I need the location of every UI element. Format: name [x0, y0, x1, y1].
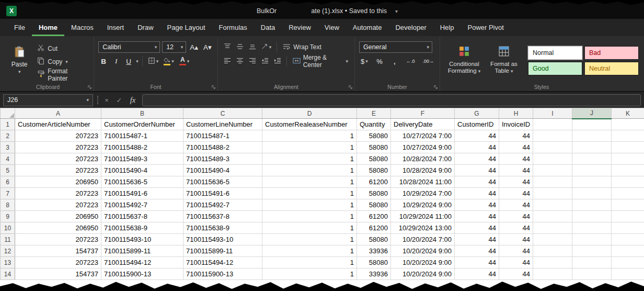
align-right-button[interactable]	[247, 55, 258, 67]
cell-D8[interactable]: 1	[262, 199, 357, 211]
row-header-13[interactable]: 13	[1, 257, 15, 268]
cell-G11[interactable]: 44	[455, 234, 499, 245]
ribbon-tab-help[interactable]: Help	[433, 19, 461, 36]
cell-B10[interactable]: 7100115638-9	[101, 222, 183, 234]
cell-F7[interactable]: 10/29/2024 7:00	[391, 188, 455, 199]
ribbon-tab-developer[interactable]: Developer	[388, 19, 433, 36]
ribbon-tab-insert[interactable]: Insert	[100, 19, 131, 36]
cell-J5[interactable]	[572, 165, 612, 176]
cell-H8[interactable]: 44	[499, 199, 533, 211]
cell-G12[interactable]: 44	[455, 245, 499, 257]
cell-B4[interactable]: 7100115489-3	[101, 153, 183, 165]
cell-C4[interactable]: 7100115489-3	[183, 153, 262, 165]
row-header-4[interactable]: 4	[1, 153, 15, 165]
cell-A4[interactable]: 207223	[15, 153, 101, 165]
cell-F5[interactable]: 10/28/2024 9:00	[391, 165, 455, 176]
cell-B14[interactable]: 7100115900-13	[101, 268, 183, 280]
cell-I5[interactable]	[533, 165, 572, 176]
column-header-H[interactable]: H	[499, 108, 533, 119]
cell-F1[interactable]: DeliveryDate	[391, 119, 455, 130]
cell-E8[interactable]: 58080	[357, 199, 391, 211]
cell-F9[interactable]: 10/29/2024 11:00	[391, 211, 455, 222]
cell-I14[interactable]	[533, 268, 572, 280]
cell-C5[interactable]: 7100115490-4	[183, 165, 262, 176]
cell-D13[interactable]: 1	[262, 257, 357, 268]
ribbon-tab-formulas[interactable]: Formulas	[212, 19, 254, 36]
cell-K10[interactable]	[612, 222, 644, 234]
cell-J10[interactable]	[572, 222, 612, 234]
cell-A2[interactable]: 207223	[15, 130, 101, 142]
cell-H6[interactable]: 44	[499, 176, 533, 188]
cell-G13[interactable]: 44	[455, 257, 499, 268]
column-header-K[interactable]: K	[612, 108, 644, 119]
cell-A10[interactable]: 206950	[15, 222, 101, 234]
cell-C3[interactable]: 7100115488-2	[183, 142, 262, 153]
row-header-6[interactable]: 6	[1, 176, 15, 188]
cell-A5[interactable]: 207223	[15, 165, 101, 176]
cell-C6[interactable]: 7100115636-5	[183, 176, 262, 188]
ribbon-tab-file[interactable]: File	[7, 19, 32, 36]
column-header-C[interactable]: C	[183, 108, 262, 119]
cell-J2[interactable]	[572, 130, 612, 142]
cell-C14[interactable]: 7100115900-13	[183, 268, 262, 280]
cell-E10[interactable]: 61200	[357, 222, 391, 234]
number-format-select[interactable]: General ▾	[359, 41, 432, 53]
cell-A13[interactable]: 207223	[15, 257, 101, 268]
row-header-3[interactable]: 3	[1, 142, 15, 153]
cell-K1[interactable]	[612, 119, 644, 130]
cell-D6[interactable]: 1	[262, 176, 357, 188]
cancel-entry-icon[interactable]: ×	[102, 96, 111, 104]
cell-H10[interactable]: 44	[499, 222, 533, 234]
cell-B9[interactable]: 7100115637-8	[101, 211, 183, 222]
align-bottom-button[interactable]	[247, 41, 258, 53]
row-header-9[interactable]: 9	[1, 211, 15, 222]
cell-style-normal[interactable]: Normal	[528, 46, 582, 60]
column-header-G[interactable]: G	[455, 108, 499, 119]
cell-F14[interactable]: 10/20/2024 9:00	[391, 268, 455, 280]
cell-K2[interactable]	[612, 130, 644, 142]
column-header-F[interactable]: F	[391, 108, 455, 119]
cell-I8[interactable]	[533, 199, 572, 211]
percent-style-button[interactable]: %	[374, 55, 385, 67]
cell-H2[interactable]: 44	[499, 130, 533, 142]
document-title[interactable]: BulkOr ate (1).xlsx • Saved to this ▾	[257, 7, 398, 15]
row-header-7[interactable]: 7	[1, 188, 15, 199]
font-size-select[interactable]: 12 ▾	[162, 41, 186, 53]
cell-A11[interactable]: 207223	[15, 234, 101, 245]
cell-G6[interactable]: 44	[455, 176, 499, 188]
cell-F12[interactable]: 10/20/2024 9:00	[391, 245, 455, 257]
cell-G14[interactable]: 44	[455, 268, 499, 280]
row-header-5[interactable]: 5	[1, 165, 15, 176]
borders-button[interactable]: ▾	[146, 55, 160, 67]
cell-E5[interactable]: 58080	[357, 165, 391, 176]
accounting-format-button[interactable]: $ ▾	[359, 55, 370, 67]
cell-J1[interactable]	[572, 119, 612, 130]
cell-I9[interactable]	[533, 211, 572, 222]
cell-F6[interactable]: 10/28/2024 11:00	[391, 176, 455, 188]
cell-B8[interactable]: 7100115492-7	[101, 199, 183, 211]
cell-H7[interactable]: 44	[499, 188, 533, 199]
cell-D3[interactable]: 1	[262, 142, 357, 153]
cell-B12[interactable]: 7100115899-11	[101, 245, 183, 257]
cell-H13[interactable]: 44	[499, 257, 533, 268]
cell-J4[interactable]	[572, 153, 612, 165]
fill-color-button[interactable]: ▾	[162, 55, 176, 67]
cell-G8[interactable]: 44	[455, 199, 499, 211]
chevron-down-icon[interactable]: ▾	[395, 8, 398, 14]
ribbon-tab-draw[interactable]: Draw	[131, 19, 160, 36]
cell-J12[interactable]	[572, 245, 612, 257]
cell-I12[interactable]	[533, 245, 572, 257]
cell-E6[interactable]: 61200	[357, 176, 391, 188]
cell-A8[interactable]: 207223	[15, 199, 101, 211]
cell-I10[interactable]	[533, 222, 572, 234]
bold-button[interactable]: B	[98, 55, 109, 67]
cell-H11[interactable]: 44	[499, 234, 533, 245]
chevron-down-icon[interactable]: ▾	[136, 59, 139, 64]
ribbon-tab-data[interactable]: Data	[254, 19, 282, 36]
excel-logo-icon[interactable]: X	[6, 6, 17, 16]
ribbon-tab-page-layout[interactable]: Page Layout	[160, 19, 212, 36]
cell-C11[interactable]: 7100115493-10	[183, 234, 262, 245]
cell-A12[interactable]: 154737	[15, 245, 101, 257]
cell-D10[interactable]: 1	[262, 222, 357, 234]
cell-E11[interactable]: 58080	[357, 234, 391, 245]
